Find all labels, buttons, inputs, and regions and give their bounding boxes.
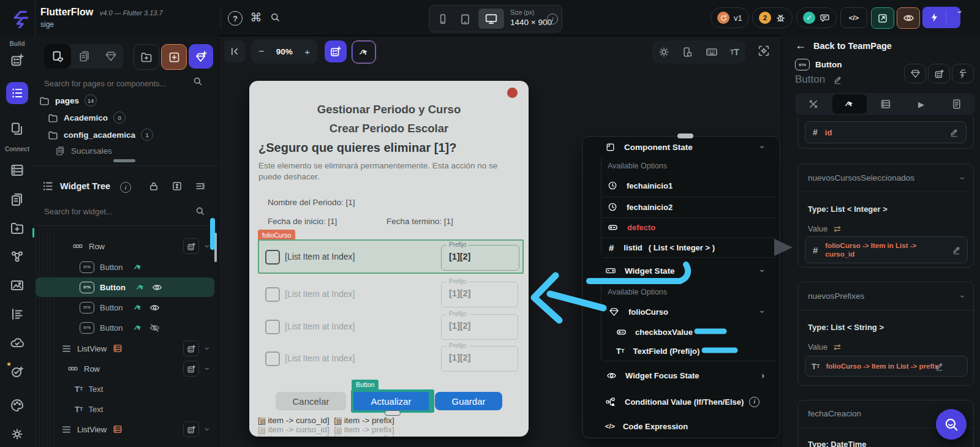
popup-header-component-state[interactable]: Component State › — [582, 138, 779, 156]
chevron-down-icon[interactable]: › — [759, 269, 767, 272]
visibility-icon[interactable] — [149, 302, 160, 313]
popup-option-textfield-prefijo[interactable]: TT TextField (Prefijo) — [582, 342, 779, 360]
widget-name-row[interactable]: Button — [795, 73, 842, 86]
tab-pages-active[interactable] — [44, 44, 71, 69]
chevron-down-icon[interactable]: › — [959, 176, 968, 179]
deploy-split-button[interactable]: › — [922, 7, 960, 28]
canvas-settings-icon[interactable] — [757, 44, 771, 58]
chevron-down-icon[interactable]: › — [759, 146, 767, 149]
flutterflow-ai-button[interactable] — [952, 64, 974, 83]
rail-agent-icon[interactable]: ★ — [9, 363, 26, 380]
chevron-down-icon[interactable]: › — [204, 245, 213, 248]
tree-row-button-2-selected[interactable]: BTN Button — [36, 277, 214, 297]
value-binding-field[interactable]: # folioCurso -> Item in List -> curso_id — [805, 236, 968, 263]
zoom-level[interactable]: 90% — [276, 47, 293, 56]
search-icon[interactable] — [270, 12, 281, 23]
tree-row-listview-1[interactable]: ListView › — [34, 339, 216, 358]
tab-documentation[interactable] — [939, 93, 974, 115]
collapse-panel-button[interactable] — [224, 40, 245, 62]
add-child-button[interactable] — [183, 238, 199, 254]
list-row[interactable]: [List Item at Index] Prefijo [1][2] — [258, 344, 524, 372]
folder-row-config-academica[interactable]: config_academica 1 — [48, 129, 153, 141]
lock-icon[interactable] — [148, 181, 159, 192]
keyboard-icon[interactable] — [706, 46, 718, 58]
pages-search-input[interactable] — [40, 73, 213, 93]
list-row-selected[interactable]: [List Item at Index] Prefijo [1][2] — [258, 239, 524, 274]
device-preview-icon[interactable] — [682, 47, 693, 58]
prefijo-field[interactable]: Prefijo [1][2] — [441, 346, 518, 372]
rail-integrations-icon[interactable] — [9, 248, 26, 265]
rail-database-icon[interactable] — [9, 162, 26, 179]
rail-cloud-functions-icon[interactable] — [9, 334, 26, 351]
checks-pill[interactable]: ✓ — [796, 7, 837, 28]
chevron-down-icon[interactable]: › — [959, 295, 968, 298]
tab-templates[interactable] — [71, 44, 97, 69]
pages-hscrollbar[interactable] — [113, 159, 135, 162]
light-mode-icon[interactable] — [658, 47, 669, 58]
version-pill[interactable]: v1 — [710, 7, 749, 28]
chevron-down-icon[interactable]: › — [204, 347, 213, 350]
value-binding-field[interactable]: TT folioCurso -> Item in List -> prefix — [805, 356, 968, 377]
tab-actions-active[interactable] — [832, 94, 867, 114]
tab-backend[interactable] — [868, 93, 903, 115]
zoom-out-button[interactable]: − — [258, 46, 264, 57]
tree-row-button-4[interactable]: BTN Button — [34, 318, 216, 337]
chevron-right-icon[interactable]: › — [761, 371, 764, 380]
checkbox[interactable] — [265, 351, 280, 366]
rail-widget-tree-icon-active[interactable] — [6, 82, 28, 104]
prefijo-field[interactable]: Prefijo [1][2] — [441, 314, 518, 340]
add-child-button[interactable] — [183, 361, 199, 377]
new-folder-button[interactable] — [134, 44, 159, 70]
size-info-icon[interactable]: i — [547, 13, 558, 24]
tab-properties[interactable] — [795, 93, 831, 115]
value-settings-icon[interactable] — [833, 343, 842, 351]
back-arrow-icon[interactable]: ← — [795, 39, 806, 52]
widget-tree-info-icon[interactable]: i — [120, 182, 131, 193]
tree-row-button-3[interactable]: BTN Button — [34, 298, 216, 317]
popup-option-listid[interactable]: # listid ( List < Integer > ) — [582, 238, 779, 257]
popup-option-fechainicio2[interactable]: fechainicio2 — [582, 198, 779, 216]
widget-search-icon[interactable] — [195, 206, 205, 216]
widget-search-input[interactable] — [40, 202, 208, 220]
rail-storage-icon[interactable] — [9, 219, 26, 236]
shortcuts-icon[interactable]: ⌘ — [249, 10, 263, 24]
view-code-button[interactable]: </> — [840, 7, 867, 28]
size-value[interactable]: 1440 × 900 — [510, 18, 552, 27]
pages-search-icon[interactable] — [192, 76, 203, 86]
chevron-down-icon[interactable]: › — [204, 367, 213, 370]
tab-components[interactable] — [97, 44, 124, 69]
visibility-off-icon[interactable] — [149, 323, 160, 333]
popup-item-code-expression[interactable]: </> Code Expression — [582, 417, 779, 435]
checkbox[interactable] — [265, 320, 280, 334]
add-child-button[interactable] — [183, 421, 199, 437]
preview-button[interactable] — [897, 7, 920, 29]
back-row[interactable]: ← Back to TeamPage — [795, 39, 892, 52]
tree-row-button-1[interactable]: BTN Button — [34, 257, 216, 277]
desktop-view-icon[interactable] — [478, 9, 504, 29]
rail-datatypes-icon[interactable] — [9, 191, 26, 208]
edit-pencil-icon[interactable] — [949, 128, 959, 137]
edit-name-pencil-icon[interactable] — [833, 75, 842, 85]
help-icon[interactable]: ? — [228, 11, 243, 26]
rail-media-icon[interactable] — [9, 277, 26, 294]
tree-row-row-2[interactable]: Row › — [34, 359, 216, 378]
checkbox[interactable] — [265, 250, 280, 265]
new-component-button[interactable] — [189, 44, 213, 69]
tree-row-text-1[interactable]: TT Text — [34, 379, 216, 399]
rail-add-page-icon[interactable] — [9, 51, 26, 69]
list-row[interactable]: [List Item at Index] Prefijo [1][2] — [258, 280, 524, 308]
rail-app-values-icon[interactable] — [9, 306, 26, 323]
popup-item-widget-focus-state[interactable]: Widget Focus State › — [582, 366, 779, 385]
folder-row-academico[interactable]: Academico 0 — [48, 111, 126, 124]
list-row[interactable]: [List Item at Index] Prefijo [1][2] — [258, 312, 524, 340]
popup-drag-handle[interactable] — [677, 133, 693, 138]
component-gem-button[interactable] — [904, 64, 926, 83]
deploy-chevron-icon[interactable]: › — [943, 11, 964, 24]
rail-theme-icon[interactable] — [9, 397, 26, 414]
visibility-icon[interactable] — [152, 282, 162, 293]
prefijo-field[interactable]: Prefijo [1][2] — [441, 245, 519, 271]
tablet-view-icon[interactable] — [458, 12, 472, 26]
new-page-button-highlighted[interactable] — [161, 44, 187, 70]
popup-option-fechainicio1[interactable]: fechainicio1 — [582, 176, 779, 195]
phone-view-icon[interactable] — [435, 12, 450, 26]
